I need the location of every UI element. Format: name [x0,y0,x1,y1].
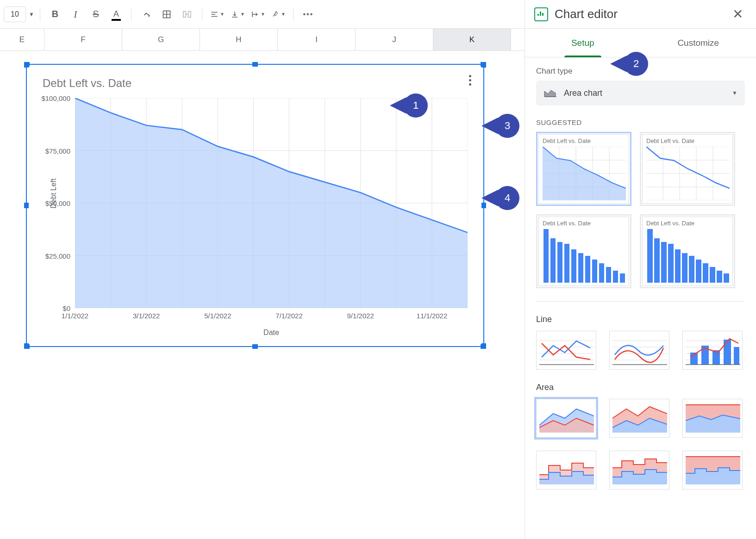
strikethrough-button[interactable]: S [87,5,105,24]
chart-title[interactable]: Debt Left vs. Date [43,77,131,90]
column-header[interactable]: G [122,29,200,50]
column-header[interactable]: F [44,29,122,50]
stacked-area-chart-option[interactable] [609,399,669,438]
chart-editor-panel: Chart editor ✕ Setup Customize Chart typ… [525,0,756,539]
suggested-column-chart-1[interactable]: Debt Left vs. Date [536,214,631,288]
svg-rect-37 [550,238,556,283]
divider [536,301,745,302]
svg-rect-53 [682,253,687,283]
callout-1: 1 [404,93,428,118]
svg-rect-56 [703,263,708,283]
text-color-button[interactable]: A [107,5,125,24]
line-chart-option[interactable] [536,331,596,370]
hundred-percent-area-option[interactable] [682,399,743,438]
suggested-thumbnails: Debt Left vs. Date Debt Left vs. Date [536,132,745,288]
svg-rect-47 [620,273,625,283]
svg-rect-36 [544,229,549,283]
column-header[interactable]: E [0,29,44,50]
svg-rect-54 [689,256,694,283]
svg-rect-40 [571,249,576,283]
svg-rect-45 [606,267,611,283]
svg-rect-57 [710,267,715,283]
area-chart-icon [544,87,557,99]
bold-button[interactable]: B [46,5,64,24]
callout-4: 4 [495,186,519,210]
separator [131,7,131,21]
separator [202,7,202,21]
editor-body: Chart type Area chart ▼ SUGGESTED Debt L… [525,57,756,539]
stepped-area-option[interactable] [536,451,596,489]
borders-button[interactable] [157,5,176,24]
font-size-control[interactable]: 10 ▼ [4,6,34,22]
svg-rect-58 [717,271,722,283]
svg-rect-39 [564,244,569,283]
svg-rect-44 [599,263,604,283]
chart-type-dropdown[interactable]: Area chart ▼ [536,81,745,105]
svg-rect-52 [675,249,681,283]
suggested-area-chart[interactable]: Debt Left vs. Date [536,132,631,206]
chart-type-value: Area chart [564,88,732,98]
separator [40,7,40,21]
column-header[interactable]: I [278,29,356,50]
editor-header: Chart editor ✕ [525,0,756,29]
smooth-line-chart-option[interactable] [609,331,669,370]
font-size-value[interactable]: 10 [4,6,26,22]
separator [293,7,294,21]
svg-rect-59 [724,273,729,283]
tab-setup[interactable]: Setup [525,29,641,57]
more-toolbar-button[interactable]: ••• [299,5,318,24]
merge-cells-button[interactable] [178,5,196,24]
area-chart-svg [75,98,468,308]
chart-kebab-menu[interactable] [466,72,474,88]
svg-rect-48 [647,229,653,283]
line-chart-options [536,331,745,370]
chart-icon [534,7,548,21]
svg-rect-78 [734,347,739,365]
area-section-label: Area [536,383,745,392]
suggested-column-chart-2[interactable]: Debt Left vs. Date [640,214,735,288]
chevron-down-icon: ▼ [732,90,737,96]
chevron-down-icon: ▼ [29,11,34,18]
svg-rect-50 [661,242,667,283]
area-chart-options [536,399,745,489]
column-headers: E F G H I J K [0,29,525,51]
text-wrap-button[interactable]: ▼ [249,5,267,24]
stacked-stepped-area-option[interactable] [609,451,669,489]
svg-rect-51 [668,244,674,283]
vertical-align-button[interactable]: ▼ [228,5,247,24]
svg-rect-46 [613,271,618,283]
suggested-line-chart[interactable]: Debt Left vs. Date [640,132,735,206]
svg-rect-42 [585,256,590,283]
fill-color-button[interactable] [137,5,156,24]
suggested-heading: SUGGESTED [536,118,745,126]
spreadsheet-grid: E F G H I J K Debt Left vs. Date Debt Le… [0,29,525,539]
text-rotation-button[interactable]: ▼ [269,5,287,24]
editor-title: Chart editor [555,7,722,21]
line-section-label: Line [536,315,745,324]
svg-rect-41 [578,253,583,283]
svg-rect-55 [696,260,701,283]
svg-rect-38 [557,242,562,283]
callout-3: 3 [495,114,519,138]
svg-rect-43 [592,260,597,283]
column-header[interactable]: J [356,29,433,50]
column-header[interactable]: H [200,29,278,50]
x-axis-label: Date [263,328,279,337]
hundred-percent-stepped-area-option[interactable] [682,451,743,489]
plot-area: Debt Left Date $0$25,000$50,000$75,000$1… [75,98,468,308]
combo-chart-option[interactable] [682,331,743,370]
tab-customize[interactable]: Customize [641,29,756,57]
horizontal-align-button[interactable]: ▼ [208,5,226,24]
svg-rect-77 [724,340,731,365]
callout-2: 2 [624,52,648,76]
area-chart-option[interactable] [536,399,596,438]
column-header[interactable]: K [433,29,511,50]
close-button[interactable]: ✕ [729,5,747,24]
italic-button[interactable]: I [66,5,85,24]
svg-rect-49 [654,238,660,283]
grid-body[interactable]: Debt Left vs. Date Debt Left Date $0$25,… [0,51,525,539]
